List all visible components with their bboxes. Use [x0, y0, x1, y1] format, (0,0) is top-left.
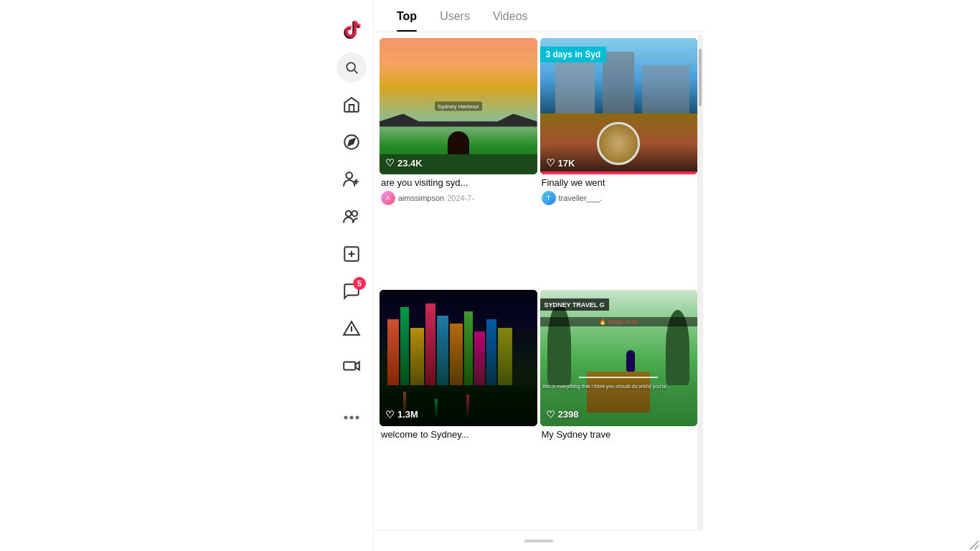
video-meta-1: A aimssimpson 2024-7- [381, 191, 536, 205]
video-thumb-1: Sydney Harbour ♡ 23.4K [380, 38, 537, 174]
scrollbar-thumb [699, 49, 702, 106]
svg-point-6 [352, 211, 358, 217]
video-title-2: Finally we went [542, 177, 697, 188]
video-author-1: aimssimpson [398, 194, 444, 202]
video-info-1: are you visiting syd... A aimssimpson 20… [380, 174, 537, 209]
overlay-banner-4: SYDNEY TRAVEL G [540, 298, 609, 311]
video-card-2[interactable]: 3 days in Syd ♡ 17K Finally we went T tr… [540, 38, 698, 287]
video-author-2: traveller___. [559, 194, 603, 202]
svg-point-0 [347, 62, 355, 71]
svg-point-5 [346, 211, 352, 217]
video-info-2: Finally we went T traveller___. [540, 174, 698, 209]
messages-badge: 5 [353, 277, 366, 290]
bottom-handle [524, 540, 553, 542]
avatar-2: T [542, 191, 556, 205]
discover-button[interactable] [334, 125, 369, 159]
create-button[interactable] [334, 237, 369, 271]
messages-button[interactable]: 5 [334, 274, 369, 309]
video-grid: Sydney Harbour ♡ 23.4K are you visiting … [374, 32, 703, 529]
more-options-button[interactable] [334, 400, 369, 435]
video-date-1: 2024-7- [447, 194, 474, 202]
svg-point-15 [350, 416, 354, 420]
svg-marker-3 [348, 138, 354, 145]
resize-handle[interactable] [969, 540, 980, 551]
live-button[interactable] [334, 349, 369, 383]
video-thumb-2: 3 days in Syd ♡ 17K [540, 38, 698, 174]
overlay-banner-2: 3 days in Syd [540, 47, 607, 62]
video-thumb-3: ♡ 1.3M [380, 290, 537, 426]
following-button[interactable] [334, 162, 369, 197]
video-title-1: are you visiting syd... [381, 177, 536, 188]
right-area [703, 0, 980, 551]
video-info-4: My Sydney trave [540, 426, 698, 447]
bottom-bar [374, 529, 703, 551]
overlay-banner-pink-2 [540, 171, 698, 174]
svg-point-16 [356, 416, 359, 420]
video-thumb-4: SYDNEY TRAVEL G 🔥 things to do this is e… [540, 290, 698, 426]
inbox-button[interactable] [334, 311, 369, 346]
video-title-4: My Sydney trave [542, 429, 697, 440]
video-card-4[interactable]: SYDNEY TRAVEL G 🔥 things to do this is e… [540, 290, 698, 524]
tab-videos[interactable]: Videos [481, 0, 540, 32]
scrollbar-track[interactable] [697, 34, 703, 529]
avatar-1: A [381, 191, 395, 205]
video-card-3[interactable]: ♡ 1.3M welcome to Sydney... [380, 290, 537, 524]
tiktok-logo[interactable] [334, 13, 369, 47]
svg-point-4 [346, 172, 352, 179]
home-button[interactable] [334, 88, 369, 122]
tab-users[interactable]: Users [428, 0, 481, 32]
svg-point-14 [344, 416, 348, 420]
likes-badge-4: ♡ 2398 [546, 409, 579, 420]
video-meta-2: T traveller___. [542, 191, 697, 205]
search-button[interactable] [334, 50, 369, 85]
friends-button[interactable] [334, 199, 369, 234]
likes-badge-3: ♡ 1.3M [385, 409, 418, 420]
likes-badge-2: ♡ 17K [546, 157, 575, 169]
likes-badge-1: ♡ 23.4K [385, 157, 423, 169]
svg-line-1 [354, 70, 358, 74]
tab-top[interactable]: Top [385, 0, 428, 32]
video-info-3: welcome to Sydney... [380, 426, 537, 447]
video-title-3: welcome to Sydney... [381, 429, 536, 440]
tabs-container: Top Users Videos [374, 0, 703, 32]
svg-rect-12 [344, 362, 355, 370]
video-card-1[interactable]: Sydney Harbour ♡ 23.4K are you visiting … [380, 38, 537, 287]
